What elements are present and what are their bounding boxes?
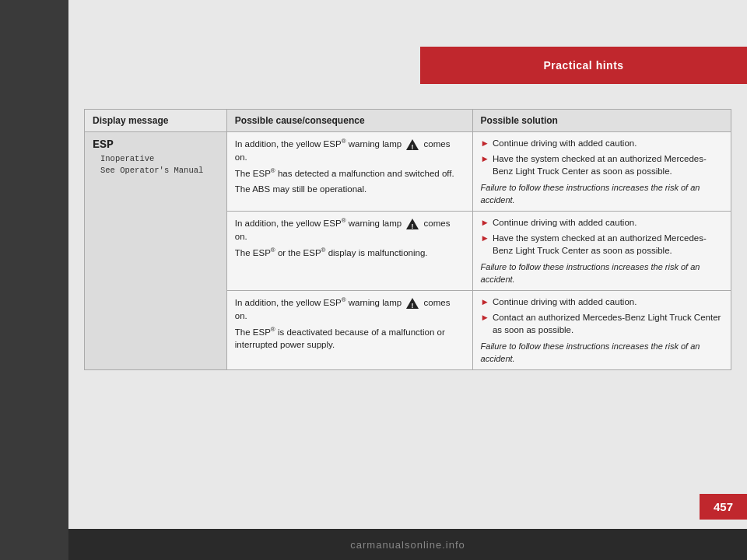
main-table: Display message Possible cause/consequen… [84, 109, 731, 370]
bullet-item: ► Continue driving with added caution. [481, 137, 723, 149]
warning-note-3: Failure to follow these instructions inc… [481, 341, 723, 365]
cause-text-3b: The ESP® is deactivated because of a mal… [235, 325, 465, 351]
table-row: ESP Inoperative See Operator's Manual In… [85, 132, 731, 212]
cause-text-1b: The ESP® has detected a malfunction and … [235, 166, 465, 180]
page-number: 457 [700, 494, 747, 520]
esp-sub2: See Operator's Manual [100, 165, 219, 177]
warning-note-1: Failure to follow these instructions inc… [481, 182, 723, 206]
table-container: Display message Possible cause/consequen… [84, 109, 731, 451]
solution-cell-1: ► Continue driving with added caution. ►… [472, 132, 731, 212]
warning-note-2: Failure to follow these instructions inc… [481, 261, 723, 285]
svg-text:!: ! [412, 301, 414, 309]
warning-icon: ! [405, 218, 419, 230]
cause-text-2a: In addition, the yellow ESP® warning lam… [235, 216, 465, 243]
warning-icon: ! [405, 297, 419, 310]
right-content: Practical hints Display message Possible… [68, 0, 747, 560]
cause-cell-2: In addition, the yellow ESP® warning lam… [226, 212, 472, 291]
solution-text-1a: Continue driving with added caution. [493, 137, 723, 149]
bullet-item: ► Have the system checked at an authoriz… [481, 232, 723, 257]
display-cell: ESP Inoperative See Operator's Manual [85, 132, 227, 370]
svg-text:!: ! [412, 142, 414, 150]
header-red-box: Practical hints [420, 47, 747, 84]
bullet-arrow-icon: ► [481, 137, 489, 149]
watermark-bar: carmanualsonline.info [68, 529, 747, 560]
warning-icon: ! [405, 138, 419, 151]
bullet-arrow-icon: ► [481, 232, 489, 244]
watermark-text: carmanualsonline.info [350, 539, 465, 551]
cause-text-1c: The ABS may still be operational. [235, 183, 465, 195]
bullet-arrow-icon: ► [481, 296, 489, 308]
bullet-arrow-icon: ► [481, 216, 489, 229]
cause-cell-1: In addition, the yellow ESP® warning lam… [226, 132, 472, 212]
page-title: Practical hints [543, 59, 623, 72]
table-header-row: Display message Possible cause/consequen… [85, 110, 731, 132]
esp-sub1: Inoperative [100, 153, 219, 165]
cause-text-1a: In addition, the yellow ESP® warning lam… [235, 137, 465, 163]
solution-text-2a: Continue driving with added caution. [493, 216, 723, 229]
bullet-arrow-icon: ► [481, 152, 489, 165]
col-solution: Possible solution [472, 110, 731, 132]
solution-cell-2: ► Continue driving with added caution. ►… [472, 212, 731, 291]
col-display-message: Display message [85, 110, 227, 132]
col-cause: Possible cause/consequence [226, 110, 472, 132]
solution-cell-3: ► Continue driving with added caution. ►… [472, 291, 731, 370]
bullet-arrow-icon: ► [481, 311, 489, 324]
solution-text-3a: Continue driving with added caution. [493, 296, 723, 308]
cause-text-3a: In addition, the yellow ESP® warning lam… [235, 296, 465, 322]
bullet-item: ► Continue driving with added caution. [481, 216, 723, 229]
left-sidebar [0, 0, 68, 560]
bullet-item: ► Contact an authorized Mercedes-Benz Li… [481, 311, 723, 336]
page-layout: Practical hints Display message Possible… [0, 0, 747, 560]
header-bar: Practical hints [68, 47, 747, 84]
solution-text-3b: Contact an authorized Mercedes-Benz Ligh… [493, 311, 723, 336]
solution-text-1b: Have the system checked at an authorized… [493, 152, 723, 177]
esp-label: ESP [93, 137, 219, 153]
cause-cell-3: In addition, the yellow ESP® warning lam… [226, 291, 472, 370]
solution-text-2b: Have the system checked at an authorized… [493, 232, 723, 257]
bullet-item: ► Continue driving with added caution. [481, 296, 723, 308]
bullet-item: ► Have the system checked at an authoriz… [481, 152, 723, 177]
svg-text:!: ! [412, 222, 414, 229]
cause-text-2b: The ESP® or the ESP® display is malfunct… [235, 246, 465, 259]
